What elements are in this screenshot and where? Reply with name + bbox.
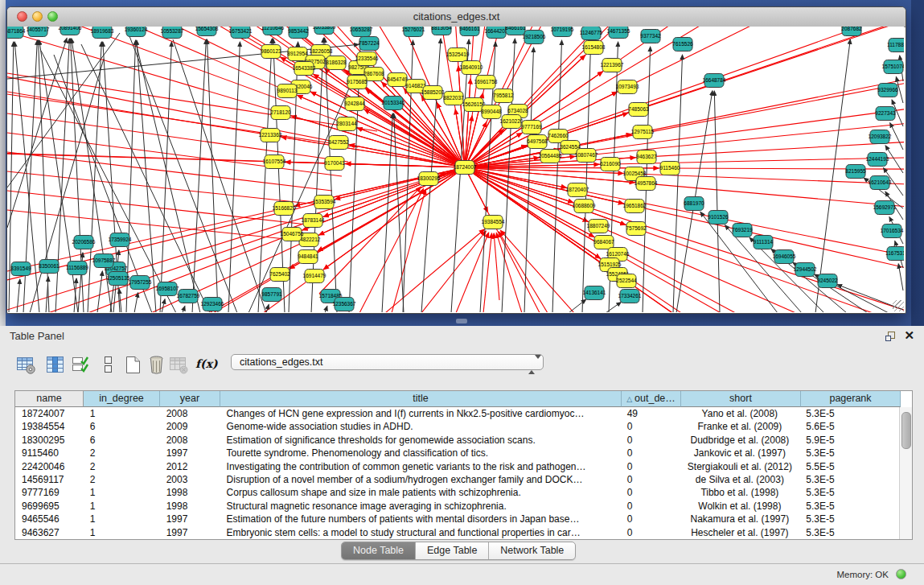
column-header-in_degree[interactable]: in_degree [84,391,160,407]
delete-rows-icon[interactable] [146,354,167,376]
graph-node[interactable]: 15885203 [421,86,445,100]
network-canvas-svg[interactable]: 1687186414055717208914061891968319360124… [7,27,904,312]
graph-node[interactable]: 8454749 [387,73,408,87]
graph-node[interactable]: 15166827 [273,202,296,216]
graph-node[interactable]: 11210646 [261,27,285,35]
graph-node[interactable]: 9101526 [708,211,729,225]
close-panel-icon[interactable]: ✕ [904,329,914,342]
panel-splitter-handle[interactable] [456,319,467,323]
graph-node[interactable]: 18300295 [417,172,441,186]
table-row[interactable]: 1830029562008Estimation of significance … [15,434,899,447]
window-resize-grip[interactable] [893,300,904,311]
graph-node[interactable]: 10719195 [551,27,574,37]
graph-node[interactable]: 18640910 [460,61,483,75]
graph-node[interactable]: 2522544 [616,274,637,288]
graph-node[interactable]: 9175685 [347,76,368,89]
graph-node[interactable]: 15325419 [446,48,470,62]
graph-node[interactable]: 10653287 [350,27,373,37]
graph-node[interactable]: 9227343 [875,107,896,121]
graph-node[interactable]: 16753421 [229,27,253,39]
graph-node[interactable]: 17016534 [881,225,904,238]
graph-node[interactable]: 17334261 [618,290,642,303]
graph-node[interactable]: 20206586 [72,236,96,249]
column-header-title[interactable]: title [220,391,622,407]
column-header-pagerank[interactable]: pagerank [801,391,901,407]
graph-node[interactable]: 7575692 [626,222,647,236]
table-row[interactable]: 969969511998Structural magnetic resonanc… [15,500,899,513]
graph-node[interactable]: 16210220 [500,115,524,129]
graph-node[interactable]: 14055717 [27,27,50,37]
graph-node[interactable]: 12923466 [201,298,224,311]
graph-node[interactable]: 8427552 [328,136,349,150]
graph-node[interactable]: 18807249 [587,220,610,233]
graph-node[interactable]: 20564486 [539,150,562,163]
graph-node[interactable]: 9890113 [277,84,298,98]
graph-node[interactable]: 12505135 [107,272,130,286]
graph-node[interactable]: 12944502 [794,263,817,277]
graph-node[interactable]: 2718120 [270,106,291,120]
column-header-name[interactable]: name [15,391,84,407]
table-row[interactable]: 911546021997Tourette syndrome. Phenomeno… [15,447,899,459]
graph-node[interactable]: 15751074 [882,60,904,74]
graph-node[interactable]: 8813054 [431,27,452,35]
graph-node[interactable]: 12356367 [333,298,356,311]
graph-node[interactable]: 12093822 [869,130,892,144]
graph-node[interactable]: 9245022 [817,274,838,288]
graph-node[interactable]: 10553287 [161,27,184,39]
graph-node[interactable]: 16033809 [313,27,336,35]
function-builder-icon[interactable]: f(x) [195,357,218,370]
graph-node[interactable]: 8990448 [481,105,502,119]
graph-node[interactable]: 9242844 [344,97,365,111]
new-table-icon[interactable] [122,354,144,376]
graph-node[interactable]: 15276021 [402,27,425,37]
graph-node[interactable]: 18919683 [91,27,114,39]
graph-node[interactable]: 11246775 [580,27,603,40]
float-panel-icon[interactable] [885,331,897,342]
graph-node[interactable]: 10975887 [92,254,116,268]
tab-network-table[interactable]: Network Table [489,542,575,559]
row-selection-icon[interactable] [70,354,92,376]
graph-node[interactable]: 17957255 [129,276,152,290]
graph-node[interactable]: 2803144 [336,117,357,131]
network-canvas[interactable]: 1687186414055717208914061891968319360124… [7,27,904,312]
graph-node[interactable]: 7955812 [493,89,514,103]
graph-node[interactable]: 16961758 [474,76,498,89]
graph-node[interactable]: 19384554 [482,216,505,229]
graph-node[interactable]: 8391549 [10,262,31,276]
graph-node[interactable]: 16871864 [7,27,26,39]
row-height-icon[interactable] [97,354,119,376]
column-visibility-icon[interactable] [44,354,66,376]
graph-node[interactable]: 16648784 [703,74,726,88]
window-titlebar[interactable]: citations_edges.txt [7,7,906,27]
graph-node[interactable]: 11675311 [885,247,904,261]
graph-node[interactable]: 9377342 [640,30,661,43]
graph-node[interactable]: 7615526 [672,38,693,51]
graph-node[interactable]: 15654308 [195,27,219,36]
graph-node[interactable]: 12213363 [259,129,282,142]
graph-node[interactable]: 11156889 [66,262,88,275]
graph-node[interactable]: 16107554 [263,155,286,169]
graph-node[interactable]: 15692971 [873,201,897,215]
graph-node[interactable]: 9466161 [459,27,480,36]
graph-node[interactable]: 2087682 [841,27,862,36]
graph-node[interactable]: 9463627 [636,150,657,164]
graph-node[interactable]: 10973493 [616,80,639,94]
graph-node[interactable]: 8822037 [443,92,464,105]
graph-node[interactable]: 16914479 [303,270,326,283]
graph-node[interactable]: 16543382 [293,62,316,76]
table-settings-icon[interactable] [15,354,37,376]
graph-node[interactable]: 9777169 [521,121,542,134]
graph-node[interactable]: 7485063 [628,103,649,117]
graph-node[interactable]: 17359924 [109,233,132,247]
graph-node[interactable]: 10807467 [575,149,598,163]
graph-node[interactable]: 19360124 [125,27,148,37]
delete-table-icon[interactable] [168,354,190,376]
graph-node[interactable]: 9853442 [288,27,309,39]
graph-node[interactable]: 14671355 [607,27,630,39]
tab-edge-table[interactable]: Edge Table [416,542,489,559]
graph-node[interactable]: 18720407 [566,183,589,197]
graph-node[interactable]: 7625402 [269,268,290,282]
graph-node[interactable]: 12444193 [866,153,889,167]
graph-node[interactable]: 9329966 [877,84,898,97]
graph-node[interactable]: 16946055 [773,250,796,264]
